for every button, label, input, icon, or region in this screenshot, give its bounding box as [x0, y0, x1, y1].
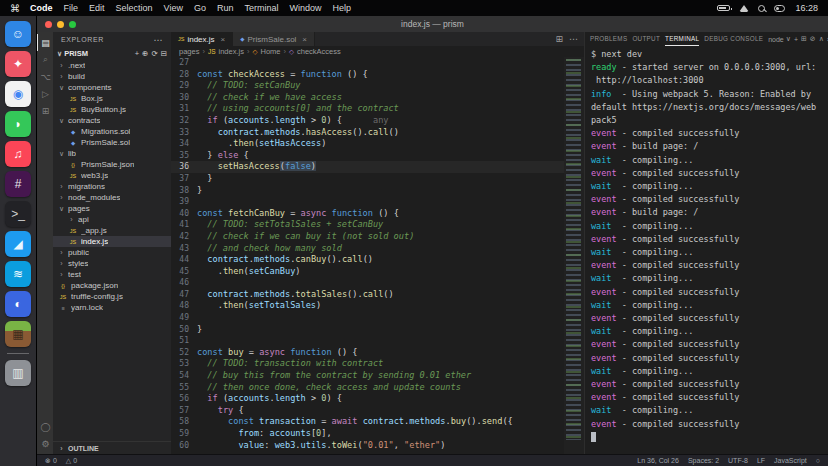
code-line-46[interactable]: 46	[171, 277, 584, 289]
menu-go[interactable]: Go	[194, 3, 206, 13]
tree-item-test[interactable]: ›test	[53, 269, 171, 280]
account-icon[interactable]: ◯	[37, 418, 53, 435]
code-line-37[interactable]: 37 }	[171, 173, 584, 185]
tree-item-node_modules[interactable]: ›node_modules	[53, 192, 171, 203]
tree-item-truffle-config.js[interactable]: JStruffle-config.js	[53, 291, 171, 302]
dock-app-blue[interactable]: ◐	[5, 291, 31, 317]
code-line-44[interactable]: 44 contract.methods.canBuy().call()	[171, 254, 584, 266]
code-line-47[interactable]: 47 contract.methods.totalSales().call()	[171, 289, 584, 301]
menu-code[interactable]: Code	[30, 3, 53, 13]
code-line-34[interactable]: 34 .then(setHasAccess)	[171, 138, 584, 150]
collapse-folders-icon[interactable]: ⊟	[161, 49, 167, 58]
breadcrumb-home[interactable]: Home	[260, 47, 280, 56]
indentation[interactable]: Spaces: 2	[688, 457, 719, 464]
code-editor[interactable]: 2728const checkAccess = function () {29 …	[171, 57, 584, 454]
maximize-panel-icon[interactable]: ∧	[819, 35, 824, 43]
tree-item-yarn.lock[interactable]: ≡yarn.lock	[53, 302, 171, 313]
dock-trash[interactable]: ▥	[5, 360, 31, 386]
menu-view[interactable]: View	[164, 3, 183, 13]
source-control-icon[interactable]: ⌥	[37, 68, 53, 85]
window-titlebar[interactable]: index.js — prism	[37, 16, 828, 32]
tree-item-migrations[interactable]: ›migrations	[53, 181, 171, 192]
explorer-icon[interactable]: ▤	[37, 34, 53, 51]
close-icon[interactable]: ×	[302, 35, 307, 44]
tree-item-box.js[interactable]: JSBox.js	[53, 93, 171, 104]
terminal-shell-dropdown[interactable]: node ∨	[768, 35, 791, 43]
menu-file[interactable]: File	[64, 3, 79, 13]
dock-messages[interactable]: ◗	[5, 111, 31, 137]
new-file-icon[interactable]: +	[135, 49, 139, 58]
code-line-53[interactable]: 53 // TODO: transaction with contract	[171, 358, 584, 370]
code-line-32[interactable]: 32 if (accounts.length > 0) { any	[171, 115, 584, 127]
apple-menu-icon[interactable]: ⌘	[10, 3, 20, 14]
dock-terminal[interactable]: >_	[5, 201, 31, 227]
breadcrumb-index.js[interactable]: index.js	[219, 47, 244, 56]
tree-item-build[interactable]: ›build	[53, 71, 171, 82]
extensions-icon[interactable]: ⊞	[37, 102, 53, 119]
panel-tab-terminal[interactable]: TERMINAL	[665, 32, 699, 46]
tree-item-contracts[interactable]: ∨contracts	[53, 115, 171, 126]
tree-item-public[interactable]: ›public	[53, 247, 171, 258]
code-line-60[interactable]: 60 value: web3.utils.toWei("0.01", "ethe…	[171, 440, 584, 452]
tree-item-styles[interactable]: ›styles	[53, 258, 171, 269]
code-line-50[interactable]: 50}	[171, 324, 584, 336]
refresh-icon[interactable]: ⟳	[151, 49, 157, 58]
code-line-41[interactable]: 41 // TODO: setTotalSales + setCanBuy	[171, 219, 584, 231]
dock-slack[interactable]: #	[5, 171, 31, 197]
breadcrumb-pages[interactable]: pages	[179, 47, 199, 56]
tree-item-prismsale.sol[interactable]: ◆PrismSale.sol	[53, 137, 171, 148]
close-window-button[interactable]	[45, 21, 52, 28]
control-center-icon[interactable]	[774, 5, 785, 12]
code-line-48[interactable]: 48 .then(setTotalSales)	[171, 300, 584, 312]
menu-run[interactable]: Run	[217, 3, 234, 13]
tree-item-package.json[interactable]: {}package.json	[53, 280, 171, 291]
zoom-window-button[interactable]	[69, 21, 76, 28]
tree-item-lib[interactable]: ∨lib	[53, 148, 171, 159]
minimap[interactable]	[564, 57, 584, 454]
settings-gear-icon[interactable]: ⚙	[37, 435, 53, 452]
menu-window[interactable]: Window	[289, 3, 321, 13]
dock-finder[interactable]: ☺	[5, 21, 31, 47]
new-folder-icon[interactable]: ⊕	[142, 49, 148, 58]
tree-item-components[interactable]: ∨components	[53, 82, 171, 93]
code-line-36[interactable]: 36 setHasAccess(false)	[171, 161, 584, 173]
breadcrumb-checkaccess[interactable]: checkAccess	[297, 47, 341, 56]
code-line-56[interactable]: 56 if (accounts.length > 0) {	[171, 393, 584, 405]
error-count[interactable]: ⊗0	[45, 457, 57, 465]
run-debug-icon[interactable]: ▷	[37, 85, 53, 102]
editor-more-actions-icon[interactable]: ⋯	[569, 34, 578, 44]
code-line-42[interactable]: 42 // check if we can buy it (not sold o…	[171, 231, 584, 243]
tree-item-migrations.sol[interactable]: ◆Migrations.sol	[53, 126, 171, 137]
code-line-28[interactable]: 28const checkAccess = function () {	[171, 69, 584, 81]
code-line-39[interactable]: 39	[171, 196, 584, 208]
panel-tab-problems[interactable]: PROBLEMS	[590, 32, 627, 46]
tree-item-.next[interactable]: ›.next	[53, 60, 171, 71]
menu-bar-clock[interactable]: 16:28	[795, 3, 818, 13]
menu-terminal[interactable]: Terminal	[244, 3, 278, 13]
tree-item-api[interactable]: ›api	[53, 214, 171, 225]
panel-tab-output[interactable]: OUTPUT	[632, 32, 660, 46]
project-section-header[interactable]: ∨ PRISM +⊕⟳⊟	[53, 47, 171, 60]
minimize-window-button[interactable]	[57, 21, 64, 28]
tree-item-index.js[interactable]: JSindex.js	[53, 236, 171, 247]
eol[interactable]: LF	[757, 457, 765, 464]
code-line-43[interactable]: 43 // and check how many sold	[171, 243, 584, 255]
warning-count[interactable]: △0	[66, 457, 77, 465]
language-mode[interactable]: JavaScript	[774, 457, 807, 464]
dock-app-red[interactable]: ✦	[5, 51, 31, 77]
wifi-icon[interactable]	[739, 5, 749, 12]
dock-chrome[interactable]: ◉	[5, 81, 31, 107]
code-line-31[interactable]: 31 // using accounts[0] and the contract	[171, 103, 584, 115]
code-line-45[interactable]: 45 .then(setCanBuy)	[171, 266, 584, 278]
search-icon[interactable]	[758, 5, 765, 12]
code-line-40[interactable]: 40const fetchCanBuy = async function () …	[171, 208, 584, 220]
dock-minecraft[interactable]: ▦	[5, 321, 31, 347]
menu-edit[interactable]: Edit	[89, 3, 105, 13]
search-icon[interactable]: ⌕	[37, 51, 53, 68]
tab-prismsale.sol[interactable]: ◆PrismSale.sol×	[233, 32, 315, 46]
dock-music[interactable]: ♫	[5, 141, 31, 167]
code-line-33[interactable]: 33 contract.methods.hasAccess().call()	[171, 127, 584, 139]
split-editor-icon[interactable]: ⊞	[555, 34, 563, 44]
menu-selection[interactable]: Selection	[116, 3, 153, 13]
code-line-29[interactable]: 29 // TODO: setCanBuy	[171, 80, 584, 92]
